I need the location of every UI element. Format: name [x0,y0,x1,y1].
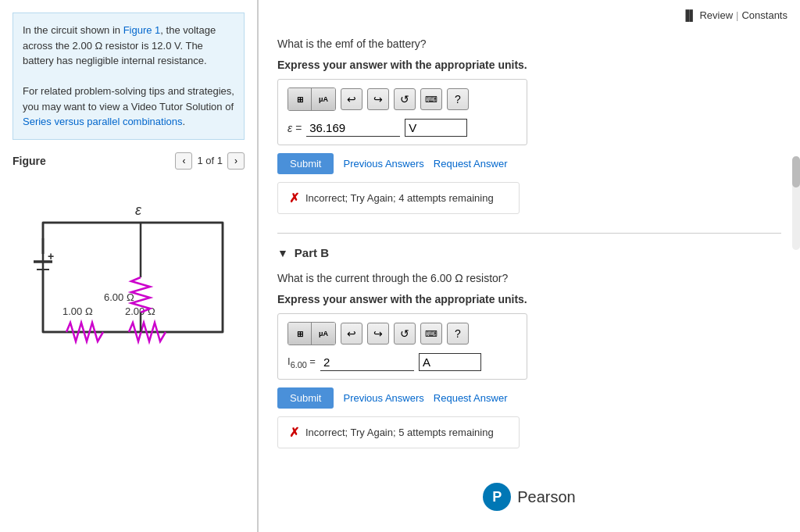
part-b-format-btn-group: ⊞ μA [288,322,336,345]
svg-text:1.00 Ω: 1.00 Ω [62,305,93,317]
i-subscript: 6.00 [291,359,307,369]
part-b-toolbar: ⊞ μA ↩ ↪ ↺ ⌨ ? [288,322,517,345]
top-links-bar: ▐▌ Review | Constants [682,9,788,21]
figure-prev-button[interactable]: ‹ [175,152,192,170]
part-b-answer-input[interactable] [320,354,414,371]
part-a-error-icon: ✗ [289,191,299,205]
part-a-incorrect-box: ✗ Incorrect; Try Again; 4 attempts remai… [277,182,520,214]
figure-1-link[interactable]: Figure 1 [123,24,161,36]
part-b-express: Express your answer with the appropriate… [277,293,781,305]
hint-text-4: . [182,116,185,127]
part-b-section: What is the current through the 6.00 Ω r… [277,270,781,448]
circuit-diagram: + ε 1.00 Ω [20,176,238,348]
part-b-title: Part B [295,246,329,259]
right-panel: ▐▌ Review | Constants What is the emf of… [259,0,800,532]
review-icon: ▐▌ [682,9,696,21]
pearson-footer: P Pearson [277,467,781,519]
part-b-error-icon: ✗ [289,425,299,440]
pearson-name: Pearson [517,488,576,506]
svg-text:6.00 Ω: 6.00 Ω [104,291,134,303]
part-a-toolbar: ⊞ μA ↩ ↪ ↺ ⌨ ? [288,87,517,111]
part-b-reset-button[interactable]: ↺ [394,323,416,345]
figure-section: Figure ‹ 1 of 1 › [12,152,245,348]
figure-counter: 1 of 1 [197,155,223,166]
part-a-question: What is the emf of the battery? [277,36,781,52]
section-divider [277,233,781,234]
part-b-help-button[interactable]: ? [447,323,469,345]
mua-format-button[interactable]: μA [312,88,335,110]
part-b-submit-row: Submit Previous Answers Request Answer [277,387,781,409]
format-btn-group: ⊞ μA [288,87,336,111]
part-a-incorrect-message: Incorrect; Try Again; 4 attempts remaini… [305,192,494,204]
svg-text:+: + [48,250,54,262]
part-b-incorrect-box: ✗ Incorrect; Try Again; 5 attempts remai… [277,416,520,448]
link-separator: | [736,9,738,21]
figure-title: Figure [12,155,46,167]
part-a-answer-input[interactable] [306,120,400,137]
part-b-input-row: I6.00 = [288,353,517,371]
constants-link[interactable]: Constants [741,9,788,21]
series-parallel-link[interactable]: Series versus parallel combinations [23,116,182,127]
hint-text-3: For related problem-solving tips and str… [23,85,234,112]
part-b-undo-button[interactable]: ↩ [341,323,362,345]
figure-next-button[interactable]: › [227,152,245,170]
part-a-express: Express your answer with the appropriate… [277,59,781,71]
part-a-section: What is the emf of the battery? Express … [277,36,781,214]
part-b-previous-answers-link[interactable]: Previous Answers [343,392,423,404]
part-a-request-answer-link[interactable]: Request Answer [434,158,508,170]
redo-button[interactable]: ↪ [367,88,389,110]
part-b-redo-button[interactable]: ↪ [367,323,389,345]
left-panel: In the circuit shown in Figure 1, the vo… [0,0,258,532]
pearson-logo: P [483,483,511,511]
undo-button[interactable]: ↩ [341,88,362,110]
help-button[interactable]: ? [447,88,469,110]
part-b-answer-box: ⊞ μA ↩ ↪ ↺ ⌨ ? I6.00 = [277,313,527,380]
part-b-keyboard-button[interactable]: ⌨ [420,323,442,345]
grid-format-button[interactable]: ⊞ [288,88,312,110]
part-a-input-row: ε = [288,119,517,137]
part-b-question: What is the current through the 6.00 Ω r… [277,270,781,287]
svg-text:ε: ε [135,202,142,218]
part-a-unit-input[interactable] [405,119,467,137]
scrollbar[interactable] [792,156,800,250]
part-a-previous-answers-link[interactable]: Previous Answers [343,158,423,170]
part-b-grid-format-button[interactable]: ⊞ [288,323,312,345]
reset-button[interactable]: ↺ [394,88,416,110]
figure-header: Figure ‹ 1 of 1 › [12,152,245,170]
review-link[interactable]: Review [699,9,733,21]
i-label: I6.00 = [288,355,316,370]
scrollbar-thumb[interactable] [792,156,800,187]
part-b-collapse-arrow[interactable]: ▼ [277,247,288,259]
hint-box: In the circuit shown in Figure 1, the vo… [12,12,245,140]
figure-navigation: ‹ 1 of 1 › [175,152,245,170]
hint-text-1: In the circuit shown in [23,24,123,36]
epsilon-label: ε = [288,122,302,134]
part-a-submit-button[interactable]: Submit [277,153,334,174]
part-b-mua-format-button[interactable]: μA [312,323,335,345]
part-b-header: ▼ Part B [277,246,781,259]
keyboard-button[interactable]: ⌨ [420,88,442,110]
part-b-incorrect-message: Incorrect; Try Again; 5 attempts remaini… [305,427,494,438]
part-b-submit-button[interactable]: Submit [277,387,334,409]
part-a-submit-row: Submit Previous Answers Request Answer [277,153,781,174]
part-a-answer-box: ⊞ μA ↩ ↪ ↺ ⌨ ? ε = [277,79,527,145]
part-b-unit-input[interactable] [419,353,481,371]
part-b-request-answer-link[interactable]: Request Answer [434,392,508,404]
